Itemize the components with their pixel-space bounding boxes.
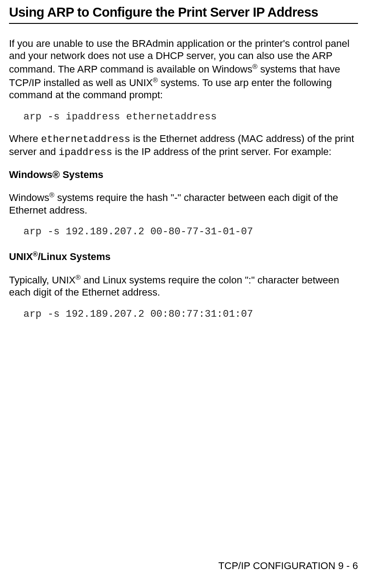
registered-mark: ® bbox=[49, 191, 54, 199]
registered-mark: ® bbox=[33, 250, 38, 258]
unix-subheading: UNIX®/Linux Systems bbox=[9, 250, 358, 263]
code-arp-syntax: arp -s ipaddress ethernetaddress bbox=[23, 111, 358, 123]
text-segment: Typically, UNIX bbox=[9, 274, 76, 286]
registered-mark: ® bbox=[153, 76, 158, 84]
code-arp-unix: arp -s 192.189.207.2 00:80:77:31:01:07 bbox=[23, 309, 358, 320]
inline-code-ethernetaddress: ethernetaddress bbox=[41, 134, 130, 145]
code-arp-windows: arp -s 192.189.207.2 00-80-77-31-01-07 bbox=[23, 226, 358, 237]
text-segment: UNIX bbox=[9, 251, 33, 263]
windows-paragraph: Windows® systems require the hash "-" ch… bbox=[9, 191, 358, 216]
text-segment: systems require the hash "-" character b… bbox=[9, 192, 338, 216]
inline-code-ipaddress: ipaddress bbox=[59, 147, 112, 158]
text-segment: /Linux Systems bbox=[38, 251, 110, 263]
page-footer: TCP/IP CONFIGURATION 9 - 6 bbox=[218, 560, 358, 572]
text-segment: Where bbox=[9, 133, 41, 144]
registered-mark: ® bbox=[76, 273, 81, 281]
intro-paragraph: If you are unable to use the BRAdmin app… bbox=[9, 37, 358, 101]
main-heading: Using ARP to Configure the Print Server … bbox=[9, 5, 358, 20]
text-segment: is the IP address of the print server. F… bbox=[112, 146, 331, 157]
explanation-paragraph: Where ethernetaddress is the Ethernet ad… bbox=[9, 132, 358, 159]
text-segment: Windows bbox=[9, 192, 49, 203]
windows-subheading: Windows® Systems bbox=[9, 169, 358, 181]
heading-rule bbox=[9, 23, 358, 24]
registered-mark: ® bbox=[252, 63, 257, 70]
unix-paragraph: Typically, UNIX® and Linux systems requi… bbox=[9, 273, 358, 299]
